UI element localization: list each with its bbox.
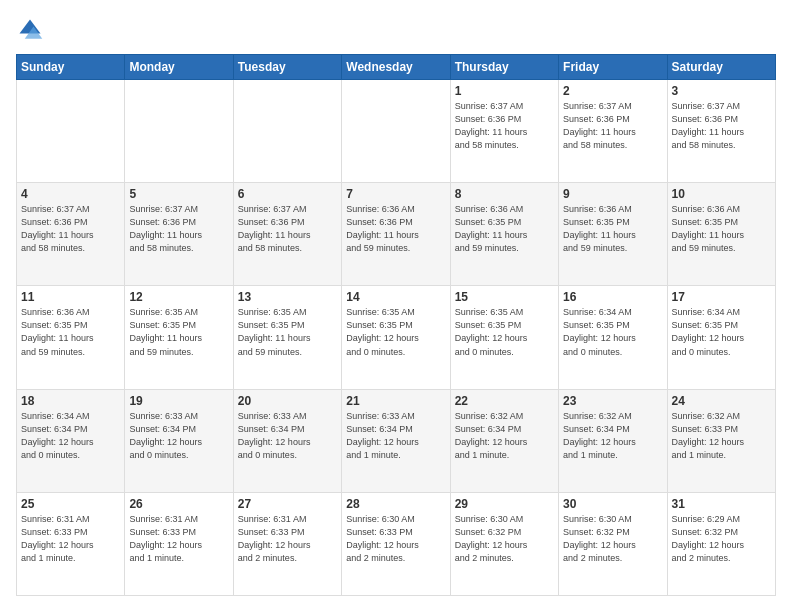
day-info: Sunrise: 6:32 AM Sunset: 6:34 PM Dayligh… — [563, 410, 662, 462]
calendar-cell: 9Sunrise: 6:36 AM Sunset: 6:35 PM Daylig… — [559, 183, 667, 286]
day-info: Sunrise: 6:32 AM Sunset: 6:34 PM Dayligh… — [455, 410, 554, 462]
calendar-cell: 4Sunrise: 6:37 AM Sunset: 6:36 PM Daylig… — [17, 183, 125, 286]
calendar-cell: 11Sunrise: 6:36 AM Sunset: 6:35 PM Dayli… — [17, 286, 125, 389]
day-info: Sunrise: 6:37 AM Sunset: 6:36 PM Dayligh… — [455, 100, 554, 152]
day-number: 31 — [672, 497, 771, 511]
day-number: 7 — [346, 187, 445, 201]
calendar-cell: 27Sunrise: 6:31 AM Sunset: 6:33 PM Dayli… — [233, 492, 341, 595]
calendar-header-cell: Friday — [559, 55, 667, 80]
day-number: 19 — [129, 394, 228, 408]
day-number: 24 — [672, 394, 771, 408]
day-number: 4 — [21, 187, 120, 201]
day-number: 11 — [21, 290, 120, 304]
day-info: Sunrise: 6:30 AM Sunset: 6:32 PM Dayligh… — [563, 513, 662, 565]
calendar-cell: 28Sunrise: 6:30 AM Sunset: 6:33 PM Dayli… — [342, 492, 450, 595]
day-info: Sunrise: 6:30 AM Sunset: 6:33 PM Dayligh… — [346, 513, 445, 565]
calendar-cell — [342, 80, 450, 183]
day-info: Sunrise: 6:33 AM Sunset: 6:34 PM Dayligh… — [129, 410, 228, 462]
day-info: Sunrise: 6:34 AM Sunset: 6:34 PM Dayligh… — [21, 410, 120, 462]
calendar-cell: 25Sunrise: 6:31 AM Sunset: 6:33 PM Dayli… — [17, 492, 125, 595]
calendar-cell: 17Sunrise: 6:34 AM Sunset: 6:35 PM Dayli… — [667, 286, 775, 389]
calendar-header-cell: Thursday — [450, 55, 558, 80]
logo-icon — [16, 16, 44, 44]
day-number: 2 — [563, 84, 662, 98]
day-info: Sunrise: 6:35 AM Sunset: 6:35 PM Dayligh… — [346, 306, 445, 358]
day-info: Sunrise: 6:35 AM Sunset: 6:35 PM Dayligh… — [129, 306, 228, 358]
day-info: Sunrise: 6:36 AM Sunset: 6:35 PM Dayligh… — [563, 203, 662, 255]
calendar-cell — [17, 80, 125, 183]
day-number: 12 — [129, 290, 228, 304]
calendar-cell: 12Sunrise: 6:35 AM Sunset: 6:35 PM Dayli… — [125, 286, 233, 389]
day-info: Sunrise: 6:37 AM Sunset: 6:36 PM Dayligh… — [21, 203, 120, 255]
day-number: 3 — [672, 84, 771, 98]
calendar-cell: 21Sunrise: 6:33 AM Sunset: 6:34 PM Dayli… — [342, 389, 450, 492]
calendar-cell: 15Sunrise: 6:35 AM Sunset: 6:35 PM Dayli… — [450, 286, 558, 389]
calendar-week-row: 25Sunrise: 6:31 AM Sunset: 6:33 PM Dayli… — [17, 492, 776, 595]
day-number: 9 — [563, 187, 662, 201]
calendar-week-row: 18Sunrise: 6:34 AM Sunset: 6:34 PM Dayli… — [17, 389, 776, 492]
day-info: Sunrise: 6:31 AM Sunset: 6:33 PM Dayligh… — [21, 513, 120, 565]
day-info: Sunrise: 6:35 AM Sunset: 6:35 PM Dayligh… — [238, 306, 337, 358]
calendar-cell: 30Sunrise: 6:30 AM Sunset: 6:32 PM Dayli… — [559, 492, 667, 595]
day-info: Sunrise: 6:34 AM Sunset: 6:35 PM Dayligh… — [672, 306, 771, 358]
calendar-cell: 20Sunrise: 6:33 AM Sunset: 6:34 PM Dayli… — [233, 389, 341, 492]
day-number: 18 — [21, 394, 120, 408]
day-number: 1 — [455, 84, 554, 98]
day-info: Sunrise: 6:36 AM Sunset: 6:35 PM Dayligh… — [672, 203, 771, 255]
calendar-cell: 26Sunrise: 6:31 AM Sunset: 6:33 PM Dayli… — [125, 492, 233, 595]
day-number: 25 — [21, 497, 120, 511]
calendar-week-row: 1Sunrise: 6:37 AM Sunset: 6:36 PM Daylig… — [17, 80, 776, 183]
calendar-cell: 2Sunrise: 6:37 AM Sunset: 6:36 PM Daylig… — [559, 80, 667, 183]
calendar-cell: 23Sunrise: 6:32 AM Sunset: 6:34 PM Dayli… — [559, 389, 667, 492]
day-info: Sunrise: 6:36 AM Sunset: 6:35 PM Dayligh… — [455, 203, 554, 255]
day-info: Sunrise: 6:30 AM Sunset: 6:32 PM Dayligh… — [455, 513, 554, 565]
calendar-cell: 7Sunrise: 6:36 AM Sunset: 6:36 PM Daylig… — [342, 183, 450, 286]
calendar-header-cell: Saturday — [667, 55, 775, 80]
calendar-table: SundayMondayTuesdayWednesdayThursdayFrid… — [16, 54, 776, 596]
day-number: 8 — [455, 187, 554, 201]
calendar-cell: 3Sunrise: 6:37 AM Sunset: 6:36 PM Daylig… — [667, 80, 775, 183]
calendar-cell: 14Sunrise: 6:35 AM Sunset: 6:35 PM Dayli… — [342, 286, 450, 389]
day-info: Sunrise: 6:37 AM Sunset: 6:36 PM Dayligh… — [672, 100, 771, 152]
calendar-body: 1Sunrise: 6:37 AM Sunset: 6:36 PM Daylig… — [17, 80, 776, 596]
day-number: 27 — [238, 497, 337, 511]
day-info: Sunrise: 6:31 AM Sunset: 6:33 PM Dayligh… — [238, 513, 337, 565]
day-info: Sunrise: 6:37 AM Sunset: 6:36 PM Dayligh… — [563, 100, 662, 152]
day-number: 13 — [238, 290, 337, 304]
day-number: 21 — [346, 394, 445, 408]
day-info: Sunrise: 6:33 AM Sunset: 6:34 PM Dayligh… — [238, 410, 337, 462]
day-number: 5 — [129, 187, 228, 201]
calendar-cell: 18Sunrise: 6:34 AM Sunset: 6:34 PM Dayli… — [17, 389, 125, 492]
day-number: 14 — [346, 290, 445, 304]
calendar-header-cell: Wednesday — [342, 55, 450, 80]
day-number: 28 — [346, 497, 445, 511]
calendar-cell: 29Sunrise: 6:30 AM Sunset: 6:32 PM Dayli… — [450, 492, 558, 595]
day-number: 22 — [455, 394, 554, 408]
calendar-header-cell: Monday — [125, 55, 233, 80]
calendar-cell — [233, 80, 341, 183]
calendar-week-row: 11Sunrise: 6:36 AM Sunset: 6:35 PM Dayli… — [17, 286, 776, 389]
calendar-cell: 6Sunrise: 6:37 AM Sunset: 6:36 PM Daylig… — [233, 183, 341, 286]
calendar-cell: 1Sunrise: 6:37 AM Sunset: 6:36 PM Daylig… — [450, 80, 558, 183]
logo — [16, 16, 48, 44]
header — [16, 16, 776, 44]
day-number: 30 — [563, 497, 662, 511]
day-info: Sunrise: 6:31 AM Sunset: 6:33 PM Dayligh… — [129, 513, 228, 565]
calendar-header-cell: Sunday — [17, 55, 125, 80]
day-info: Sunrise: 6:29 AM Sunset: 6:32 PM Dayligh… — [672, 513, 771, 565]
day-info: Sunrise: 6:34 AM Sunset: 6:35 PM Dayligh… — [563, 306, 662, 358]
calendar-cell: 22Sunrise: 6:32 AM Sunset: 6:34 PM Dayli… — [450, 389, 558, 492]
calendar-cell: 16Sunrise: 6:34 AM Sunset: 6:35 PM Dayli… — [559, 286, 667, 389]
page: SundayMondayTuesdayWednesdayThursdayFrid… — [0, 0, 792, 612]
calendar-cell: 31Sunrise: 6:29 AM Sunset: 6:32 PM Dayli… — [667, 492, 775, 595]
calendar-week-row: 4Sunrise: 6:37 AM Sunset: 6:36 PM Daylig… — [17, 183, 776, 286]
day-number: 10 — [672, 187, 771, 201]
calendar-cell: 10Sunrise: 6:36 AM Sunset: 6:35 PM Dayli… — [667, 183, 775, 286]
calendar-header-row: SundayMondayTuesdayWednesdayThursdayFrid… — [17, 55, 776, 80]
calendar-cell: 13Sunrise: 6:35 AM Sunset: 6:35 PM Dayli… — [233, 286, 341, 389]
day-number: 23 — [563, 394, 662, 408]
day-info: Sunrise: 6:37 AM Sunset: 6:36 PM Dayligh… — [129, 203, 228, 255]
day-number: 29 — [455, 497, 554, 511]
calendar-cell: 5Sunrise: 6:37 AM Sunset: 6:36 PM Daylig… — [125, 183, 233, 286]
day-number: 6 — [238, 187, 337, 201]
